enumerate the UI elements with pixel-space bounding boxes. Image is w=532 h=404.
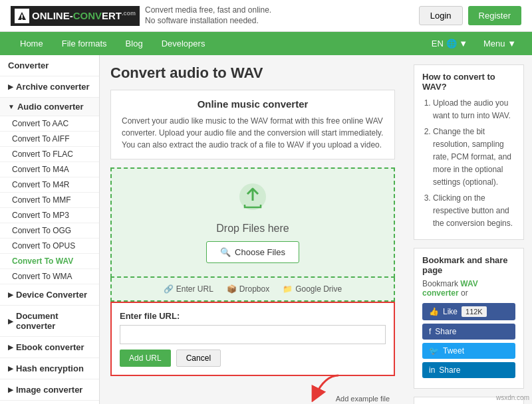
- logo-com: .com: [122, 10, 136, 17]
- facebook-share-button[interactable]: f Share: [422, 324, 515, 340]
- arrow-icon-hash: ▶: [8, 365, 13, 372]
- upload-links: 🔗 Enter URL 📦 Dropbox 📁 Google Drive: [110, 278, 395, 302]
- header-buttons: Login Register: [419, 6, 521, 25]
- nav-left: Home File formats Blog Developers: [11, 32, 214, 55]
- how-to-step-3: Clicking on the respective button and th…: [433, 192, 515, 231]
- nav-file-formats[interactable]: File formats: [53, 32, 116, 55]
- google-drive-label: Google Drive: [295, 284, 342, 294]
- main-content: Convert audio to WAV Online music conver…: [100, 55, 406, 404]
- sidebar-item-aiff[interactable]: Convert To AIFF: [0, 132, 99, 147]
- url-input[interactable]: [120, 325, 386, 344]
- sidebar: Converter ▶ Archive converter ▼ Audio co…: [0, 55, 100, 404]
- how-to-title: How to convert to WAV?: [422, 72, 515, 92]
- intro-text: Convert your audio like music to the WAV…: [122, 115, 384, 151]
- dropbox-link[interactable]: 📦 Dropbox: [227, 284, 269, 294]
- google-drive-link[interactable]: 📁 Google Drive: [283, 284, 342, 294]
- nav: Home File formats Blog Developers EN 🌐 ▼…: [0, 32, 532, 55]
- logo-text: ONLINE-CONVERT.com: [32, 10, 136, 21]
- sidebar-item-m4r[interactable]: Convert To M4R: [0, 177, 99, 193]
- logo-icon: [15, 9, 29, 23]
- right-panel: How to convert to WAV? Upload the audio …: [406, 55, 532, 404]
- upload-icon: [125, 182, 380, 217]
- add-url-button[interactable]: Add URL: [120, 350, 171, 367]
- layout: Converter ▶ Archive converter ▼ Audio co…: [0, 55, 532, 404]
- sidebar-image-converter[interactable]: ▶ Image converter: [0, 379, 99, 401]
- sidebar-item-mp3[interactable]: Convert To MP3: [0, 208, 99, 223]
- arrow-icon: ▶: [8, 83, 13, 90]
- arrow-icon-ebook: ▶: [8, 344, 13, 351]
- how-to-list: Upload the audio you want to turn into W…: [422, 97, 515, 230]
- dropbox-icon: 📦: [227, 284, 237, 294]
- login-button[interactable]: Login: [419, 6, 463, 25]
- how-to-box: How to convert to WAV? Upload the audio …: [414, 64, 524, 240]
- arrow-icon-image: ▶: [8, 386, 13, 393]
- how-to-step-2: Change the bit resolution, sampling rate…: [433, 126, 515, 189]
- sidebar-hash-encryption[interactable]: ▶ Hash encryption: [0, 358, 99, 379]
- how-to-step-1: Upload the audio you want to turn into W…: [433, 97, 515, 122]
- linkedin-share-button[interactable]: in Share: [422, 362, 515, 378]
- sidebar-ebook-converter[interactable]: ▶ Ebook converter: [0, 337, 99, 358]
- cancel-url-button[interactable]: Cancel: [176, 350, 221, 367]
- upload-area[interactable]: Drop Files here 🔍 Choose Files: [110, 167, 395, 278]
- choose-files-button[interactable]: 🔍 Choose Files: [206, 241, 299, 263]
- intro-box: Online music converter Convert your audi…: [110, 90, 395, 159]
- dropbox-label: Dropbox: [239, 284, 269, 294]
- url-label: Enter file URL:: [120, 311, 386, 321]
- arrow-icon-document: ▶: [8, 318, 13, 325]
- arrow-down-icon: ▼: [8, 103, 15, 110]
- choose-files-label: Choose Files: [235, 247, 285, 257]
- wav-converter-link[interactable]: WAV converter: [422, 279, 478, 298]
- link-icon: 🔗: [164, 284, 174, 294]
- url-buttons: Add URL Cancel: [120, 350, 386, 367]
- sidebar-item-ogg[interactable]: Convert To OGG: [0, 223, 99, 239]
- bookmark-title: Bookmark and share page: [422, 255, 515, 275]
- sidebar-document-converter[interactable]: ▶ Document converter: [0, 306, 99, 337]
- sidebar-item-wma[interactable]: Convert To WMA: [0, 269, 99, 284]
- nav-menu[interactable]: Menu ▼: [478, 32, 521, 55]
- tagline-line1: Convert media free, fast and online.: [145, 5, 271, 16]
- fb-share-label: Share: [435, 327, 456, 336]
- page-title: Convert audio to WAV: [110, 64, 395, 82]
- register-button[interactable]: Register: [468, 6, 521, 25]
- linkedin-icon: in: [429, 365, 435, 375]
- sidebar-item-flac[interactable]: Convert To FLAC: [0, 147, 99, 162]
- logo-box: ONLINE-CONVERT.com: [11, 6, 140, 26]
- sidebar-software-converter[interactable]: ▶ Software Converter: [0, 401, 99, 404]
- google-drive-icon: 📁: [283, 284, 293, 294]
- drop-text: Drop Files here: [125, 223, 380, 235]
- arrow-icon-device: ▶: [8, 291, 13, 298]
- sidebar-audio-converter[interactable]: ▼ Audio converter: [0, 98, 99, 116]
- url-box: Enter file URL: Add URL Cancel: [110, 302, 395, 376]
- enter-url-link[interactable]: 🔗 Enter URL: [164, 284, 213, 294]
- logo: ONLINE-CONVERT.com Convert media free, f…: [11, 5, 271, 26]
- svg-point-2: [21, 19, 23, 20]
- add-example-file-link[interactable]: Add example file: [336, 395, 390, 403]
- like-label: Like: [443, 307, 458, 316]
- sidebar-item-mmf[interactable]: Convert To MMF: [0, 193, 99, 208]
- linkedin-label: Share: [439, 365, 460, 375]
- nav-blog[interactable]: Blog: [116, 32, 152, 55]
- sidebar-archive-converter[interactable]: ▶ Archive converter: [0, 76, 99, 98]
- sidebar-item-m4a[interactable]: Convert To M4A: [0, 162, 99, 177]
- nav-right: EN 🌐 ▼ Menu ▼: [426, 32, 521, 55]
- twitter-icon: 🐦: [429, 346, 439, 355]
- example-row: Add example file: [110, 379, 395, 404]
- like-button[interactable]: 👍 Like 112K: [422, 303, 515, 320]
- sidebar-item-aac[interactable]: Convert To AAC: [0, 116, 99, 132]
- sidebar-item-opus[interactable]: Convert To OPUS: [0, 239, 99, 254]
- nav-lang[interactable]: EN 🌐 ▼: [426, 32, 473, 55]
- intro-title: Online music converter: [122, 98, 384, 110]
- sidebar-device-converter[interactable]: ▶ Device Converter: [0, 284, 99, 306]
- tweet-label: Tweet: [443, 346, 464, 355]
- sidebar-converter-title: Converter: [0, 55, 99, 76]
- bookmark-box: Bookmark and share page Bookmark WAV con…: [414, 248, 524, 389]
- header: ONLINE-CONVERT.com Convert media free, f…: [0, 0, 532, 32]
- watermark: wsxdn.com: [496, 394, 529, 401]
- tweet-button[interactable]: 🐦 Tweet: [422, 343, 515, 359]
- nav-developers[interactable]: Developers: [152, 32, 215, 55]
- sidebar-item-wav[interactable]: Convert To WAV: [0, 254, 99, 269]
- facebook-icon: f: [429, 327, 431, 336]
- tagline-line2: No software installation needed.: [145, 16, 271, 27]
- search-icon: 🔍: [220, 247, 231, 257]
- nav-home[interactable]: Home: [11, 32, 53, 55]
